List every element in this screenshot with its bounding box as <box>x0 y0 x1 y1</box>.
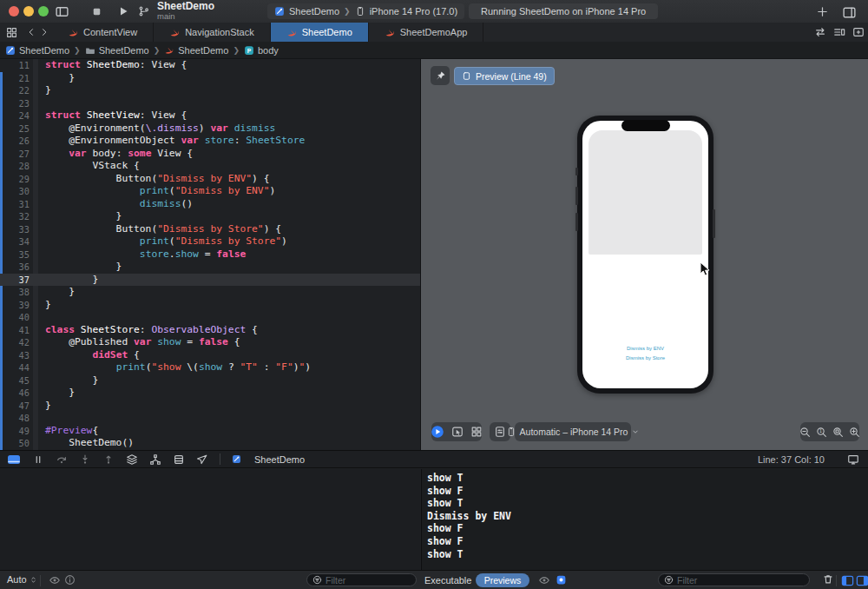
code-line[interactable]: 32 } <box>0 210 420 223</box>
navigator-sidebar-toggle[interactable] <box>55 4 69 19</box>
tab-NavigationStack[interactable]: NavigationStack <box>154 23 271 42</box>
console-target-icon[interactable] <box>556 574 567 586</box>
step-out-icon[interactable] <box>102 453 115 466</box>
step-over-icon[interactable] <box>56 453 68 466</box>
sheet-button[interactable]: Dismiss by ENV <box>582 345 708 352</box>
code-line[interactable]: 37 } <box>0 274 420 287</box>
zoom-actual-icon[interactable]: 1 <box>816 425 827 439</box>
simulate-location-icon[interactable] <box>196 453 208 466</box>
close-window-button[interactable] <box>9 6 19 17</box>
plus-icon[interactable] <box>816 5 829 18</box>
memory-graph-icon[interactable] <box>149 453 161 466</box>
previews-pill-button[interactable]: Previews <box>476 573 529 587</box>
info-icon[interactable] <box>64 574 76 586</box>
window-split-icon[interactable] <box>842 5 857 20</box>
zoom-window-button[interactable] <box>38 6 49 17</box>
display-icon[interactable] <box>847 453 859 466</box>
code-line[interactable]: 46 } <box>0 387 420 400</box>
tab-label: NavigationStack <box>185 27 254 37</box>
variants-mode-icon[interactable] <box>470 425 483 439</box>
process-name: SheetDemo <box>254 454 305 465</box>
code-line[interactable]: 41class SheetStore: ObservableObject { <box>0 324 420 337</box>
breadcrumb-item[interactable]: SheetDemo <box>5 45 69 56</box>
chevron-left-icon[interactable] <box>26 27 36 37</box>
filter-placeholder: Filter <box>326 575 345 586</box>
code-line[interactable]: 47} <box>0 400 420 413</box>
live-preview-icon[interactable] <box>431 425 444 439</box>
code-editor[interactable]: 11struct SheetDemo: View {21 }22}23 24st… <box>0 59 420 450</box>
line-number: 47 <box>0 400 30 413</box>
code-line[interactable]: 22} <box>0 84 420 97</box>
scheme-selector[interactable]: SheetDemo ❯ iPhone 14 Pro (17.0) <box>267 3 464 19</box>
code-line[interactable]: 21 } <box>0 72 420 85</box>
code-line[interactable]: 27 var body: some View { <box>0 148 420 161</box>
minimize-window-button[interactable] <box>23 6 34 17</box>
tab-SheetDemo[interactable]: SheetDemo <box>271 23 369 42</box>
console-output[interactable]: show Tshow Fshow TDismiss by ENVshow Fsh… <box>421 469 868 570</box>
code-line[interactable]: 50 SheetDemo() <box>0 437 420 450</box>
stack-frames-icon[interactable] <box>173 453 185 466</box>
eye-icon[interactable] <box>538 574 550 586</box>
code-line[interactable]: 26 @EnvironmentObject var store: SheetSt… <box>0 135 420 148</box>
step-into-icon[interactable] <box>79 453 91 466</box>
code-line[interactable]: 31 dismiss() <box>0 198 420 211</box>
code-line[interactable]: 23 <box>0 97 420 110</box>
code-line[interactable]: 25 @Environment(\.dismiss) var dismiss <box>0 122 420 136</box>
add-editor-icon[interactable] <box>852 26 865 38</box>
code-line[interactable]: 39} <box>0 299 420 312</box>
select-mode-icon[interactable] <box>451 425 464 439</box>
code-line[interactable]: 29 Button("Dismiss by ENV") { <box>0 173 420 186</box>
code-text: @Environment(\.dismiss) var dismiss <box>45 122 275 136</box>
code-line[interactable]: 33 Button("Dismiss by Store") { <box>0 223 420 236</box>
code-line[interactable]: 24struct SheetView: View { <box>0 109 420 122</box>
pin-preview-button[interactable] <box>431 66 450 85</box>
swap-icon[interactable] <box>814 26 826 38</box>
code-line[interactable]: 36 } <box>0 261 420 274</box>
tab-label: SheetDemoApp <box>400 27 468 37</box>
tab-ContentView[interactable]: ContentView <box>52 23 154 42</box>
code-line[interactable]: 40 <box>0 311 420 324</box>
sheet-button[interactable]: Dismiss by Store <box>582 354 708 361</box>
line-number: 31 <box>0 198 30 211</box>
code-line[interactable]: 34 print("Dismiss by Store") <box>0 235 420 248</box>
panel-right-icon[interactable] <box>856 574 868 587</box>
code-line[interactable]: 11struct SheetDemo: View { <box>0 59 420 72</box>
code-line[interactable]: 28 VStack { <box>0 160 420 173</box>
code-line[interactable]: 30 print("Dismiss by ENV") <box>0 185 420 198</box>
breadcrumb-item[interactable]: SheetDemo <box>85 45 149 56</box>
code-line[interactable]: 43 didSet { <box>0 349 420 362</box>
stop-button[interactable] <box>90 5 103 18</box>
play-button[interactable] <box>116 4 130 18</box>
zoom-out-icon[interactable] <box>799 425 811 439</box>
debug-toggle-icon[interactable] <box>7 453 21 467</box>
code-line[interactable]: 38 } <box>0 286 420 299</box>
line-number: 35 <box>0 248 30 261</box>
tab-overview-icon[interactable] <box>6 27 17 38</box>
breadcrumb-item[interactable]: Pbody <box>244 45 279 56</box>
trash-icon[interactable] <box>822 573 834 586</box>
code-line[interactable]: 45 } <box>0 374 420 387</box>
tab-SheetDemoApp[interactable]: SheetDemoApp <box>369 23 484 42</box>
phone-volume-up <box>575 187 578 205</box>
zoom-in-icon[interactable] <box>849 425 860 439</box>
view-hierarchy-icon[interactable] <box>126 453 138 466</box>
code-line[interactable]: 35 store.show = false <box>0 248 420 261</box>
code-line[interactable]: 49#Preview{ <box>0 425 420 438</box>
chevron-right-icon[interactable] <box>39 27 49 37</box>
code-line[interactable]: 44 print("show \(show ? "T" : "F")") <box>0 361 420 374</box>
pause-icon[interactable] <box>32 453 44 466</box>
console-filter-input[interactable]: Filter <box>658 573 810 586</box>
breadcrumb-item[interactable]: SheetDemo <box>164 45 228 56</box>
zoom-fit-icon[interactable] <box>832 425 844 439</box>
scheme-app-label[interactable]: SheetDemo <box>289 6 339 17</box>
code-line[interactable]: 48 <box>0 412 420 425</box>
preview-device-picker[interactable]: Automatic – iPhone 14 Pro <box>515 422 631 441</box>
eye-icon[interactable] <box>49 574 61 586</box>
preview-badge[interactable]: Preview (Line 49) <box>454 67 555 85</box>
scheme-device-label[interactable]: iPhone 14 Pro (17.0) <box>370 6 458 17</box>
variables-scope-dropdown[interactable]: Auto <box>7 574 37 585</box>
editor-list-icon[interactable] <box>833 26 845 38</box>
code-line[interactable]: 42 @Published var show = false { <box>0 336 420 349</box>
panel-left-icon[interactable] <box>841 574 854 587</box>
variables-filter-input[interactable]: Filter <box>306 573 417 586</box>
